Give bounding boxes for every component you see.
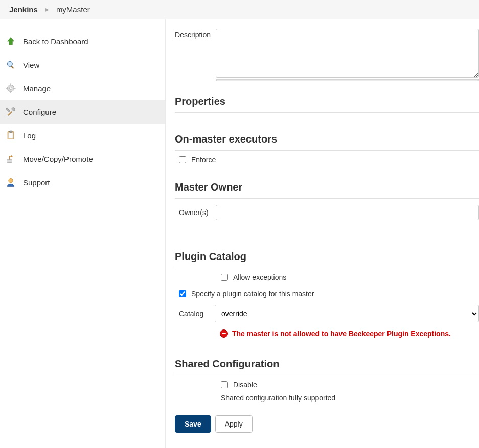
error-icon xyxy=(220,329,228,338)
sidebar-item-configure[interactable]: Configure xyxy=(0,100,165,124)
svg-point-3 xyxy=(10,87,12,90)
svg-point-13 xyxy=(9,179,13,183)
shared-heading: Shared Configuration xyxy=(175,358,479,375)
gear-icon xyxy=(5,83,16,94)
sidebar: Back to Dashboard View Manage Configure xyxy=(0,19,166,448)
owner-heading: Master Owner xyxy=(175,181,479,199)
magnifier-icon xyxy=(5,59,16,70)
sidebar-item-manage[interactable]: Manage xyxy=(0,77,165,100)
svg-rect-10 xyxy=(9,133,13,138)
disable-checkbox[interactable] xyxy=(221,381,228,388)
sidebar-item-log[interactable]: Log xyxy=(0,124,165,147)
allow-exceptions-label: Allow exceptions xyxy=(233,273,286,281)
apply-button[interactable]: Apply xyxy=(215,415,253,433)
svg-rect-1 xyxy=(11,66,14,69)
sidebar-item-support[interactable]: Support xyxy=(0,171,165,194)
enforce-checkbox[interactable] xyxy=(179,156,186,163)
svg-rect-6 xyxy=(6,88,8,89)
sidebar-item-label: Configure xyxy=(23,108,56,116)
svg-rect-5 xyxy=(10,91,11,93)
sidebar-item-view[interactable]: View xyxy=(0,53,165,77)
svg-point-0 xyxy=(7,61,12,66)
up-arrow-icon xyxy=(5,36,16,47)
svg-rect-8 xyxy=(6,108,10,112)
catalog-label: Catalog xyxy=(175,310,215,318)
button-bar: Save Apply xyxy=(175,415,479,433)
owner-row: Owner(s) xyxy=(175,205,479,220)
description-row: Description xyxy=(175,29,479,81)
sidebar-item-move[interactable]: Move/Copy/Promote xyxy=(0,147,165,171)
tools-icon xyxy=(5,106,16,117)
svg-rect-7 xyxy=(14,88,15,89)
disable-label: Disable xyxy=(233,381,257,389)
sidebar-item-label: Support xyxy=(23,178,50,187)
main-content: Description Properties On-master executo… xyxy=(166,19,479,448)
textarea-resize-shadow xyxy=(216,79,479,81)
sidebar-item-back[interactable]: Back to Dashboard xyxy=(0,30,165,53)
disable-row: Disable xyxy=(175,375,479,392)
allow-exceptions-checkbox[interactable] xyxy=(221,274,228,281)
svg-rect-12 xyxy=(7,160,12,163)
error-message: The master is not allowed to have Beekee… xyxy=(232,329,451,338)
breadcrumb-root[interactable]: Jenkins xyxy=(9,5,38,14)
sidebar-item-label: Log xyxy=(23,131,36,140)
catalog-select-row: Catalog override xyxy=(175,305,479,322)
sidebar-item-label: Back to Dashboard xyxy=(23,37,88,46)
enforce-row: Enforce xyxy=(175,151,479,167)
description-label: Description xyxy=(175,29,216,39)
description-textarea[interactable] xyxy=(216,29,479,78)
specify-catalog-row: Specify a plugin catalog for this master xyxy=(175,285,479,301)
specify-catalog-checkbox[interactable] xyxy=(179,290,186,297)
catalog-select[interactable]: override xyxy=(215,305,479,322)
move-icon xyxy=(5,153,16,164)
support-icon xyxy=(5,177,16,188)
sidebar-item-label: Move/Copy/Promote xyxy=(23,155,93,163)
sidebar-item-label: View xyxy=(23,61,39,69)
allow-exceptions-row: Allow exceptions xyxy=(175,268,479,285)
clipboard-icon xyxy=(5,130,16,141)
catalog-error: The master is not allowed to have Beekee… xyxy=(220,329,479,338)
properties-heading: Properties xyxy=(175,96,479,113)
owner-label: Owner(s) xyxy=(175,208,216,217)
svg-rect-11 xyxy=(10,131,12,132)
executors-heading: On-master executors xyxy=(175,133,479,151)
owner-input[interactable] xyxy=(216,205,479,220)
breadcrumb-item[interactable]: myMaster xyxy=(56,5,90,14)
enforce-label: Enforce xyxy=(191,156,216,164)
breadcrumb: Jenkins ▶ myMaster xyxy=(0,0,479,19)
svg-rect-4 xyxy=(10,84,11,85)
sidebar-item-label: Manage xyxy=(23,84,51,93)
specify-catalog-label: Specify a plugin catalog for this master xyxy=(191,290,314,298)
save-button[interactable]: Save xyxy=(175,415,211,433)
catalog-heading: Plugin Catalog xyxy=(175,251,479,268)
chevron-right-icon: ▶ xyxy=(45,7,49,12)
shared-help-text: Shared configuration fully supported xyxy=(175,394,479,402)
